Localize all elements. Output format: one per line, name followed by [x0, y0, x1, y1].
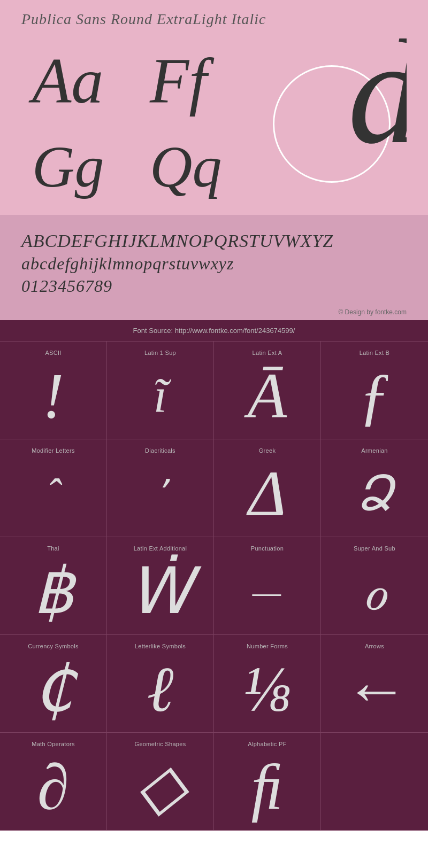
letter-d: d: [348, 38, 407, 167]
font-title: Publica Sans Round ExtraLight Italic: [21, 11, 407, 28]
glyph-symbol-currency: ₵: [33, 657, 74, 722]
glyph-cell-superandsub: Super And Sub ℴ: [321, 537, 428, 635]
glyph-symbol-latinexta: Ā: [248, 364, 287, 428]
showcase-ff: Ff: [139, 38, 257, 124]
letter-showcase: Aa Ff d Gg Qq: [21, 38, 407, 210]
dark-section: Font Source: http://www.fontke.com/font/…: [0, 320, 428, 831]
glyph-label-thai: Thai: [47, 545, 59, 552]
showcase-gg: Gg: [21, 124, 139, 210]
glyph-label-latinexta: Latin Ext A: [253, 350, 282, 356]
glyph-symbol-punctuation: —: [253, 560, 282, 624]
alphabet-numbers: 0123456789: [21, 276, 407, 296]
glyph-cell-alphabeticpf: Alphabetic PF ﬁ: [214, 733, 321, 831]
glyph-symbol-modletters: ˆ: [46, 462, 60, 526]
glyph-cell-latin1sup: Latin 1 Sup ĩ: [107, 342, 214, 439]
glyph-label-alphabeticpf: Alphabetic PF: [248, 741, 286, 747]
glyph-symbol-latinextadd: Ẇ: [128, 560, 192, 624]
letter-aa: Aa: [32, 49, 103, 113]
glyph-grid: ASCII ! Latin 1 Sup ĩ Latin Ext A Ā Lati…: [0, 342, 428, 831]
showcase-aa: Aa: [21, 38, 139, 124]
glyph-label-superandsub: Super And Sub: [354, 545, 395, 552]
glyph-symbol-latinextb: ƒ: [358, 364, 391, 428]
glyph-label-diacriticals: Diacriticals: [145, 447, 175, 454]
glyph-cell-numforms: Number Forms ⅛: [214, 635, 321, 733]
glyph-label-ascii: ASCII: [45, 350, 61, 356]
glyph-symbol-superandsub: ℴ: [362, 560, 387, 624]
glyph-cell-diacriticals: Diacriticals ʼ: [107, 439, 214, 537]
letter-gg: Gg: [32, 137, 104, 196]
glyph-symbol-greek: Δ: [248, 462, 286, 526]
glyph-cell-mathops: Math Operators ∂: [0, 733, 107, 831]
glyph-label-geoshapes: Geometric Shapes: [135, 741, 186, 747]
glyph-cell-greek: Greek Δ: [214, 439, 321, 537]
glyph-symbol-mathops: ∂: [37, 755, 69, 819]
glyph-symbol-alphabeticpf: ﬁ: [251, 755, 284, 819]
letter-qq: Qq: [150, 137, 221, 196]
alphabet-section: ABCDEFGHIJKLMNOPQRSTUVWXYZ abcdefghijklm…: [0, 215, 428, 304]
glyph-cell-arrows: Arrows ←: [321, 635, 428, 733]
glyph-label-letterlike: Letterlike Symbols: [135, 643, 186, 649]
glyph-cell-currency: Currency Symbols ₵: [0, 635, 107, 733]
glyph-cell-thai: Thai ฿: [0, 537, 107, 635]
glyph-label-currency: Currency Symbols: [28, 643, 79, 649]
glyph-label-punctuation: Punctuation: [251, 545, 284, 552]
glyph-label-numforms: Number Forms: [247, 643, 288, 649]
glyph-cell-armenian: Armenian Ձ: [321, 439, 428, 537]
glyph-cell-punctuation: Punctuation —: [214, 537, 321, 635]
glyph-cell-letterlike: Letterlike Symbols ℓ: [107, 635, 214, 733]
top-section: Publica Sans Round ExtraLight Italic Aa …: [0, 0, 428, 215]
glyph-cell-latinexta: Latin Ext A Ā: [214, 342, 321, 439]
glyph-symbol-diacriticals: ʼ: [155, 462, 166, 526]
showcase-qq: Qq: [139, 124, 257, 210]
glyph-label-latinextadd: Latin Ext Additional: [134, 545, 187, 552]
glyph-label-arrows: Arrows: [365, 643, 384, 649]
glyph-symbol-arrows: ←: [342, 657, 407, 722]
glyph-label-greek: Greek: [259, 447, 276, 454]
glyph-label-modletters: Modifier Letters: [32, 447, 75, 454]
alphabet-upper: ABCDEFGHIJKLMNOPQRSTUVWXYZ: [21, 231, 407, 251]
glyph-symbol-thai: ฿: [33, 560, 74, 624]
glyph-cell-empty: [321, 733, 428, 831]
copyright: © Design by fontke.com: [0, 304, 428, 320]
glyph-symbol-numforms: ⅛: [243, 657, 292, 722]
glyph-symbol-armenian: Ձ: [356, 462, 393, 526]
glyph-label-mathops: Math Operators: [32, 741, 75, 747]
letter-ff: Ff: [150, 49, 207, 113]
glyph-cell-latinextb: Latin Ext B ƒ: [321, 342, 428, 439]
font-source: Font Source: http://www.fontke.com/font/…: [0, 320, 428, 342]
glyph-label-latinextb: Latin Ext B: [360, 350, 390, 356]
glyph-cell-latinextadd: Latin Ext Additional Ẇ: [107, 537, 214, 635]
showcase-d: d: [257, 38, 407, 210]
glyph-cell-geoshapes: Geometric Shapes ◇: [107, 733, 214, 831]
glyph-symbol-letterlike: ℓ: [147, 657, 174, 722]
glyph-label-latin1sup: Latin 1 Sup: [144, 350, 176, 356]
glyph-symbol-latin1sup: ĩ: [154, 364, 167, 428]
glyph-cell-ascii: ASCII !: [0, 342, 107, 439]
glyph-label-armenian: Armenian: [361, 447, 387, 454]
glyph-symbol-geoshapes: ◇: [136, 755, 185, 819]
glyph-cell-modletters: Modifier Letters ˆ: [0, 439, 107, 537]
glyph-symbol-ascii: !: [43, 364, 64, 428]
alphabet-lower: abcdefghijklmnopqrstuvwxyz: [21, 254, 407, 274]
